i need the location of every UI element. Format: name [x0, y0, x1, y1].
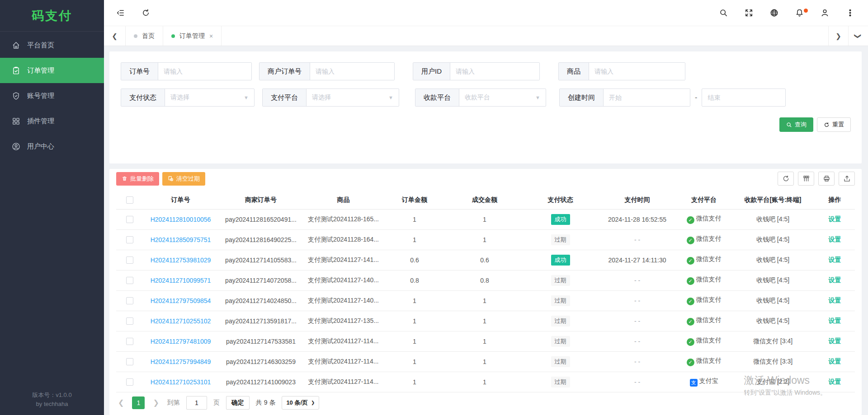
order-no-link[interactable]: H2024112710253101	[151, 378, 211, 386]
status-badge: 过期	[551, 356, 570, 367]
receive-platform-cell: 支付宝 [2:2]	[731, 372, 815, 392]
receive-platform-cell: 微信支付 [3:4]	[731, 331, 815, 351]
goto-confirm-button[interactable]: 确定	[226, 396, 250, 410]
row-checkbox[interactable]	[126, 277, 133, 284]
row-checkbox[interactable]	[126, 317, 133, 325]
end-date-input[interactable]	[702, 89, 786, 107]
tabs-scroll-left-button[interactable]: ❮	[104, 26, 126, 46]
merchant-order-no-input[interactable]	[310, 63, 394, 80]
tab-home[interactable]: 首页	[126, 26, 163, 46]
row-settings-link[interactable]: 设置	[829, 215, 841, 223]
pay-status-select[interactable]: 请选择 ▼	[165, 89, 254, 106]
more-options-kebab-icon[interactable]	[845, 9, 854, 18]
reset-button[interactable]: 重置	[817, 117, 851, 132]
alipay-pay-icon: 支	[690, 379, 698, 387]
select-all-checkbox[interactable]	[126, 196, 133, 204]
main-area: ❮ 首页 订单管理 × ❯ ❯ 订单号 商户订单号	[104, 0, 868, 415]
order-no-link[interactable]: H2024112797509854	[151, 297, 211, 304]
table-columns-button[interactable]	[798, 172, 814, 186]
page-size-select[interactable]: 10 条/页 ❯	[282, 396, 319, 410]
tab-close-icon[interactable]: ×	[209, 33, 213, 40]
row-settings-link[interactable]: 设置	[829, 276, 841, 284]
refresh-page-icon[interactable]	[141, 9, 150, 18]
user-id-input[interactable]	[450, 63, 539, 80]
product-input[interactable]	[589, 63, 685, 80]
pay-platform-cell: ✓微信支付	[677, 250, 731, 270]
search-button[interactable]: 查询	[779, 117, 813, 132]
col-paid-amount: 成交金额	[446, 191, 523, 209]
fullscreen-icon[interactable]	[744, 9, 753, 18]
order-no-link[interactable]: H2024112710255102	[151, 317, 211, 325]
batch-delete-button[interactable]: 批量删除	[116, 172, 159, 186]
table-export-button[interactable]	[839, 172, 855, 186]
order-no-link[interactable]: H2024112753981029	[151, 256, 211, 264]
pay-time-cell: - -	[598, 372, 677, 392]
row-settings-link[interactable]: 设置	[829, 236, 841, 243]
row-checkbox[interactable]	[126, 256, 133, 264]
sidebar-item-order-management[interactable]: 订单管理	[0, 58, 104, 83]
pay-platform-cell: 支支付宝	[677, 372, 731, 392]
row-settings-link[interactable]: 设置	[829, 297, 841, 304]
order-amount-cell: 1	[383, 229, 446, 250]
collapse-sidebar-icon[interactable]	[116, 9, 125, 18]
order-no-link[interactable]: H2024112797481009	[151, 338, 211, 345]
row-checkbox[interactable]	[126, 338, 133, 345]
sidebar-item-user-center[interactable]: 用户中心	[0, 134, 104, 159]
pay-status-cell: 过期	[523, 270, 598, 290]
current-page-button[interactable]: 1	[132, 396, 145, 409]
order-no-link[interactable]: H2024112757994849	[151, 358, 211, 365]
total-count-label: 共 9 条	[256, 399, 276, 407]
row-settings-link[interactable]: 设置	[829, 317, 841, 324]
table-print-button[interactable]	[818, 172, 835, 186]
search-button-label: 查询	[795, 121, 807, 129]
sidebar-item-platform-home[interactable]: 平台首页	[0, 33, 104, 58]
row-settings-link[interactable]: 设置	[829, 256, 841, 263]
table-refresh-button[interactable]	[778, 172, 794, 186]
merchant-order-no-cell: pay20241127146303259	[218, 351, 304, 372]
refresh-icon	[782, 175, 790, 182]
status-badge: 过期	[551, 295, 570, 306]
order-no-link[interactable]: H2024112850975751	[151, 236, 211, 243]
chevron-down-icon: ❯	[311, 400, 315, 405]
top-header	[104, 0, 868, 26]
row-checkbox[interactable]	[126, 358, 133, 365]
pay-platform-select[interactable]: 请选择 ▼	[307, 89, 399, 106]
filter-label: 商户订单号	[259, 63, 310, 80]
language-globe-icon[interactable]	[769, 9, 778, 18]
status-badge: 过期	[551, 316, 570, 326]
prev-page-button[interactable]: ❮	[116, 398, 126, 407]
paid-amount-cell: 0.8	[446, 270, 523, 290]
merchant-order-no-cell: pay20241127141009023	[218, 372, 304, 392]
order-no-link[interactable]: H2024112710099571	[151, 277, 211, 284]
sidebar-item-account-management[interactable]: 账号管理	[0, 83, 104, 108]
user-profile-icon[interactable]	[820, 9, 829, 18]
tab-order-management[interactable]: 订单管理 ×	[163, 26, 222, 46]
next-page-button[interactable]: ❯	[151, 398, 160, 407]
order-no-link[interactable]: H2024112810010056	[151, 216, 211, 223]
row-settings-link[interactable]: 设置	[829, 378, 841, 385]
start-date-input[interactable]	[604, 89, 690, 106]
row-checkbox[interactable]	[126, 216, 133, 223]
sidebar: 码支付 平台首页 订单管理 账号管理 插件管理	[0, 0, 104, 415]
row-checkbox[interactable]	[126, 297, 133, 304]
goto-page-input[interactable]	[186, 396, 207, 410]
filter-label: 创建时间	[560, 89, 604, 106]
filter-order-no: 订单号	[121, 62, 252, 80]
sidebar-item-plugin-management[interactable]: 插件管理	[0, 108, 104, 134]
clear-expired-button[interactable]: 清空过期	[162, 172, 205, 186]
notifications-bell-icon[interactable]	[795, 9, 804, 18]
row-checkbox[interactable]	[126, 236, 133, 243]
order-amount-cell: 1	[383, 290, 446, 311]
receive-platform-select[interactable]: 收款平台 ▼	[459, 89, 546, 106]
receive-platform-cell: 收钱吧 [4:5]	[731, 209, 815, 229]
row-settings-link[interactable]: 设置	[829, 358, 841, 365]
table-row: H2024112710099571pay2024112714072058...支…	[116, 270, 855, 290]
tabs-menu-dropdown-button[interactable]: ❯	[848, 26, 868, 46]
order-no-input[interactable]	[158, 63, 251, 80]
row-settings-link[interactable]: 设置	[829, 337, 841, 345]
row-checkbox[interactable]	[126, 378, 133, 386]
pay-status-cell: 过期	[523, 290, 598, 311]
tabs-scroll-right-button[interactable]: ❯	[828, 26, 848, 46]
col-pay-time: 支付时间	[598, 191, 677, 209]
search-icon[interactable]	[719, 9, 728, 18]
